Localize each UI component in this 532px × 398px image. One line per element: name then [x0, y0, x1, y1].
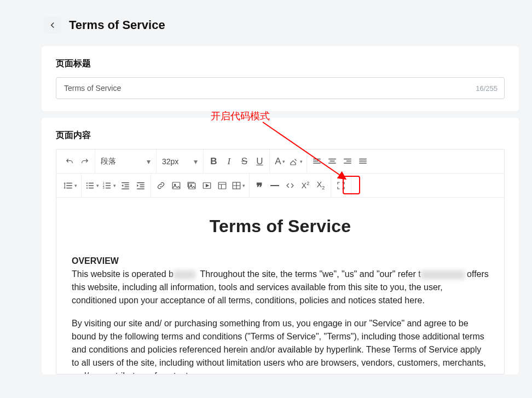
svg-rect-12	[66, 182, 72, 183]
page-title: Terms of Service	[69, 18, 165, 32]
svg-rect-0	[314, 158, 321, 159]
overview-label: OVERVIEW	[72, 256, 119, 266]
svg-rect-6	[344, 158, 352, 159]
svg-rect-4	[330, 160, 335, 161]
blockquote-button[interactable]: ❞	[252, 178, 267, 193]
video-button[interactable]	[199, 178, 215, 193]
content-heading: Terms of Service	[72, 213, 489, 239]
svg-point-15	[86, 182, 88, 183]
svg-rect-10	[360, 160, 367, 161]
image-button[interactable]	[169, 178, 184, 193]
code-button[interactable]	[282, 178, 298, 193]
title-field-label: 页面标题	[56, 58, 505, 70]
strikethrough-button[interactable]: S	[236, 154, 252, 169]
svg-rect-32	[140, 184, 144, 185]
bold-button[interactable]: B	[206, 154, 221, 169]
svg-rect-2	[314, 163, 321, 164]
align-left-button[interactable]	[309, 154, 325, 169]
svg-rect-8	[344, 163, 352, 164]
svg-text:3: 3	[103, 186, 105, 189]
fontsize-select[interactable]: 32px▾	[159, 154, 201, 169]
back-button[interactable]	[44, 16, 61, 34]
page-header: Terms of Service	[0, 0, 532, 39]
svg-rect-25	[106, 185, 111, 186]
svg-rect-5	[329, 163, 337, 164]
underline-button[interactable]: U	[252, 154, 267, 169]
content-card: 页面内容 段落▾ 32px▾ B I S U A	[42, 118, 519, 374]
content-paragraph-2: By visiting our site and/ or purchasing …	[72, 317, 489, 374]
table-button[interactable]	[230, 178, 247, 193]
svg-rect-29	[125, 186, 129, 187]
svg-rect-20	[89, 187, 94, 188]
align-right-button[interactable]	[340, 154, 355, 169]
svg-rect-19	[89, 185, 94, 186]
svg-point-16	[86, 184, 88, 186]
layout-button[interactable]	[215, 178, 230, 193]
link-button[interactable]	[153, 178, 169, 193]
title-input[interactable]	[63, 83, 476, 93]
svg-rect-27	[122, 182, 129, 183]
svg-rect-28	[125, 184, 129, 185]
multi-image-button[interactable]	[184, 178, 199, 193]
svg-rect-14	[66, 187, 72, 188]
title-card: 页面标题 16/255	[42, 46, 519, 111]
svg-rect-9	[360, 158, 367, 159]
unordered-list-button[interactable]	[84, 178, 101, 193]
horizontal-rule-button[interactable]	[267, 178, 282, 193]
svg-rect-30	[122, 188, 129, 189]
outdent-button[interactable]	[118, 178, 133, 193]
svg-point-17	[86, 187, 88, 188]
superscript-button[interactable]: X2	[298, 178, 313, 193]
svg-rect-1	[314, 160, 319, 161]
svg-rect-33	[140, 186, 144, 187]
redacted-text	[174, 270, 195, 279]
content-paragraph-1: OVERVIEW This website is operated b Thro…	[72, 255, 489, 307]
highlight-color-button[interactable]	[287, 154, 304, 169]
svg-rect-37	[189, 183, 195, 189]
indent-button[interactable]	[133, 178, 148, 193]
line-height-button[interactable]	[62, 178, 79, 193]
editor-content-area[interactable]: Terms of Service OVERVIEW This website i…	[56, 198, 504, 374]
svg-rect-18	[89, 182, 94, 183]
italic-button[interactable]: I	[221, 154, 236, 169]
align-justify-button[interactable]	[355, 154, 371, 169]
align-center-button[interactable]	[325, 154, 340, 169]
ordered-list-button[interactable]: 123	[101, 178, 118, 193]
undo-button[interactable]	[62, 154, 77, 169]
svg-rect-13	[66, 185, 72, 186]
svg-rect-35	[172, 182, 180, 189]
svg-rect-31	[137, 182, 144, 183]
svg-rect-40	[218, 182, 226, 189]
rich-text-editor: 段落▾ 32px▾ B I S U A	[56, 149, 505, 374]
svg-rect-26	[106, 187, 111, 188]
paragraph-select[interactable]: 段落▾	[97, 154, 154, 169]
svg-rect-3	[329, 158, 337, 159]
title-input-wrap: 16/255	[56, 77, 505, 99]
content-field-label: 页面内容	[56, 130, 505, 141]
title-char-count: 16/255	[476, 84, 498, 93]
redo-button[interactable]	[77, 154, 92, 169]
font-color-button[interactable]: A	[272, 154, 287, 169]
svg-rect-24	[106, 182, 111, 183]
svg-rect-34	[137, 188, 144, 189]
fullscreen-button[interactable]	[333, 178, 349, 193]
editor-toolbar-row1: 段落▾ 32px▾ B I S U A	[56, 149, 504, 174]
redacted-text	[421, 270, 465, 279]
subscript-button[interactable]: X2	[313, 178, 328, 193]
editor-toolbar-row2: 123 ❞ X2 X2	[56, 174, 504, 198]
svg-rect-11	[360, 163, 367, 164]
svg-rect-7	[346, 160, 351, 161]
